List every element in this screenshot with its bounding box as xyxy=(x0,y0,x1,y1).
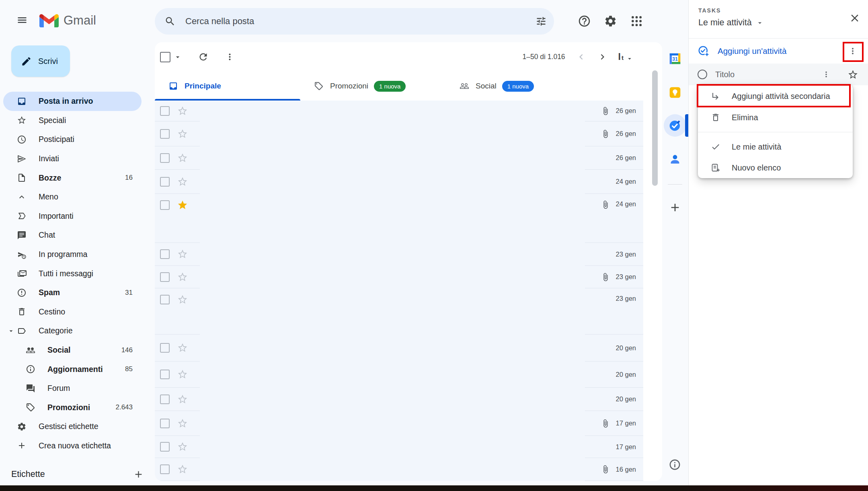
task-star-icon[interactable] xyxy=(847,69,858,80)
tab-social[interactable]: Social 1 nuova xyxy=(446,72,591,101)
sidebar-item-in-programma[interactable]: In programma xyxy=(3,245,142,264)
sidebar-item-promozioni[interactable]: Promozioni 2.643 xyxy=(3,398,142,417)
menu-item-le-mie-attivit[interactable]: Le mie attività xyxy=(698,136,853,157)
email-row[interactable]: 17 gen xyxy=(155,411,643,436)
sidebar-item-posticipati[interactable]: Posticipati xyxy=(3,130,142,149)
menu-item-elimina[interactable]: Elimina xyxy=(698,107,853,128)
sidebar-item-posta-in-arrivo[interactable]: Posta in arrivo xyxy=(3,92,142,111)
star-icon[interactable] xyxy=(178,343,187,353)
task-list-selector[interactable]: Le mie attività xyxy=(698,18,868,28)
more-options-icon[interactable] xyxy=(225,52,235,62)
newer-page-chevron-icon[interactable] xyxy=(576,51,587,62)
email-row[interactable]: 26 gen xyxy=(155,101,643,121)
close-icon[interactable] xyxy=(849,12,861,24)
email-row[interactable]: 23 gen xyxy=(155,243,643,266)
contacts-icon[interactable] xyxy=(669,153,681,166)
email-checkbox[interactable] xyxy=(160,394,170,404)
search-bar[interactable] xyxy=(155,8,554,35)
select-dropdown-caret-icon[interactable] xyxy=(174,53,182,61)
email-checkbox[interactable] xyxy=(160,249,170,259)
star-icon[interactable] xyxy=(178,419,187,428)
star-icon[interactable] xyxy=(178,442,187,452)
sidebar-item-categorie[interactable]: Categorie xyxy=(3,321,142,341)
keep-icon[interactable] xyxy=(669,86,681,99)
sidebar-item-meno[interactable]: Meno xyxy=(3,187,142,207)
email-row[interactable]: 16 gen xyxy=(155,458,643,481)
email-checkbox[interactable] xyxy=(160,343,170,353)
email-checkbox[interactable] xyxy=(160,370,170,379)
email-checkbox[interactable] xyxy=(160,419,170,428)
email-row[interactable]: 20 gen xyxy=(155,335,643,362)
search-input[interactable] xyxy=(185,16,536,27)
task-complete-circle[interactable] xyxy=(698,70,707,79)
star-icon[interactable] xyxy=(178,177,187,187)
add-task-button[interactable]: Aggiungi un'attività xyxy=(689,39,868,64)
email-checkbox[interactable] xyxy=(160,153,170,163)
help-icon[interactable] xyxy=(578,14,591,28)
list-options-more-icon[interactable] xyxy=(848,46,858,56)
info-icon[interactable] xyxy=(669,458,681,471)
sidebar-item-aggiornamenti[interactable]: Aggiornamenti 85 xyxy=(3,360,142,379)
sidebar-item-speciali[interactable]: Speciali xyxy=(3,111,142,130)
email-row[interactable]: 23 gen xyxy=(155,266,643,288)
task-more-icon[interactable] xyxy=(822,70,831,79)
email-checkbox[interactable] xyxy=(160,295,170,304)
email-checkbox[interactable] xyxy=(160,272,170,282)
new-task-row[interactable]: Titolo xyxy=(689,64,868,85)
sidebar-item-tutti-i-messaggi[interactable]: Tutti i messaggi xyxy=(3,264,142,283)
older-page-chevron-icon[interactable] xyxy=(597,51,608,62)
tasks-icon[interactable] xyxy=(669,119,681,132)
select-all-checkbox[interactable] xyxy=(160,52,170,62)
sidebar-item-social[interactable]: Social 146 xyxy=(3,341,142,360)
sidebar-item-cestino[interactable]: Cestino xyxy=(3,302,142,322)
expander-arrow-icon[interactable] xyxy=(7,327,15,335)
email-checkbox[interactable] xyxy=(160,177,170,187)
search-icon[interactable] xyxy=(164,16,176,27)
create-label-plus-icon[interactable] xyxy=(133,469,144,480)
star-icon[interactable] xyxy=(178,106,187,116)
email-row[interactable]: 23 gen xyxy=(155,288,643,335)
settings-gear-icon[interactable] xyxy=(604,14,617,28)
sidebar-item-forum[interactable]: Forum xyxy=(3,379,142,398)
star-icon[interactable] xyxy=(178,153,187,163)
hamburger-menu-icon[interactable] xyxy=(15,14,29,26)
refresh-icon[interactable] xyxy=(198,51,209,62)
star-icon[interactable] xyxy=(178,295,187,304)
email-checkbox[interactable] xyxy=(160,200,170,210)
list-scrollbar[interactable] xyxy=(652,70,658,186)
star-icon[interactable] xyxy=(178,464,187,474)
calendar-icon[interactable]: 31 xyxy=(669,52,681,65)
email-row[interactable]: 17 gen xyxy=(155,436,643,458)
search-filters-icon[interactable] xyxy=(536,16,547,27)
tab-principale[interactable]: Principale xyxy=(155,72,300,101)
sidebar-item-importanti[interactable]: Importanti xyxy=(3,207,142,226)
email-row[interactable]: 24 gen xyxy=(155,170,643,194)
email-row[interactable]: 26 gen xyxy=(155,121,643,146)
star-icon[interactable] xyxy=(178,370,187,379)
email-checkbox[interactable] xyxy=(160,442,170,452)
email-checkbox[interactable] xyxy=(160,464,170,474)
star-icon[interactable] xyxy=(178,129,187,139)
email-row[interactable]: 20 gen xyxy=(155,362,643,388)
sidebar-item-gestisci-etichette[interactable]: Gestisci etichette xyxy=(3,417,142,436)
sidebar-item-spam[interactable]: Spam 31 xyxy=(3,283,142,302)
email-row[interactable]: 26 gen xyxy=(155,146,643,170)
input-tools-icon[interactable]: It xyxy=(618,51,633,62)
sidebar-item-crea-nuova-etichetta[interactable]: Crea nuova etichetta xyxy=(3,436,142,456)
tab-promozioni[interactable]: Promozioni 1 nuova xyxy=(300,72,446,101)
email-checkbox[interactable] xyxy=(160,106,170,116)
star-icon[interactable] xyxy=(178,200,187,210)
star-icon[interactable] xyxy=(178,272,187,282)
email-row[interactable]: 24 gen xyxy=(155,194,643,243)
google-apps-grid-icon[interactable] xyxy=(630,14,643,28)
sidebar-item-inviati[interactable]: Inviati xyxy=(3,149,142,168)
menu-item-aggiungi-attivit-secondaria[interactable]: Aggiungi attività secondaria xyxy=(698,85,853,107)
sidebar-item-chat[interactable]: Chat xyxy=(3,226,142,245)
get-addons-plus-icon[interactable] xyxy=(669,201,681,214)
star-icon[interactable] xyxy=(178,394,187,404)
menu-item-nuovo-elenco[interactable]: Nuovo elenco xyxy=(698,157,853,178)
star-icon[interactable] xyxy=(178,249,187,259)
compose-button[interactable]: Scrivi xyxy=(11,45,70,77)
email-checkbox[interactable] xyxy=(160,129,170,139)
sidebar-item-bozze[interactable]: Bozze 16 xyxy=(3,168,142,187)
